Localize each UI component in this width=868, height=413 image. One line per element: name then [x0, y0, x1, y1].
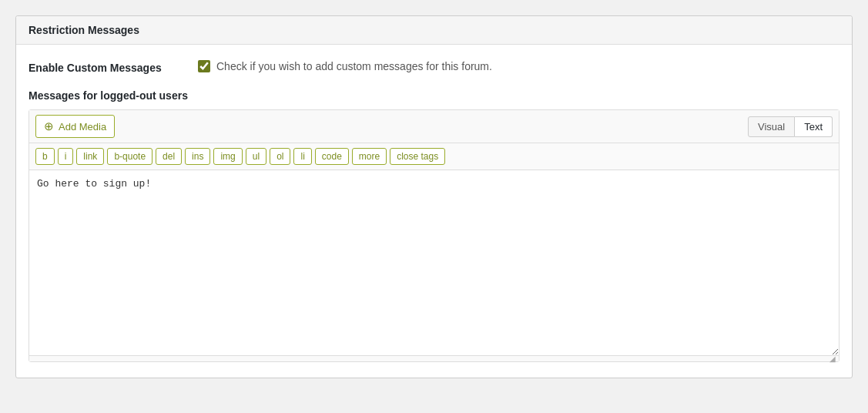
- add-media-icon: ⊕: [44, 119, 54, 133]
- format-b-quote-button[interactable]: b-quote: [107, 148, 152, 165]
- format-li-button[interactable]: li: [293, 148, 311, 165]
- restriction-messages-panel: Restriction Messages Enable Custom Messa…: [15, 15, 853, 378]
- messages-section-label: Messages for logged-out users: [28, 89, 840, 102]
- editor-container: ⊕ Add Media Visual Text bilinkb-quotedel…: [28, 109, 840, 362]
- format-more-button[interactable]: more: [352, 148, 387, 165]
- add-media-label: Add Media: [59, 121, 106, 133]
- enable-custom-messages-control: Check if you wish to add custom messages…: [198, 60, 492, 72]
- visual-tab-button[interactable]: Visual: [748, 116, 795, 137]
- enable-custom-messages-checkbox[interactable]: [198, 60, 210, 72]
- format-code-button[interactable]: code: [315, 148, 349, 165]
- enable-custom-messages-description: Check if you wish to add custom messages…: [216, 60, 492, 72]
- text-tab-button[interactable]: Text: [795, 116, 833, 137]
- format-ins-button[interactable]: ins: [185, 148, 210, 165]
- editor-format-bar: bilinkb-quotedelinsimgulollicodemoreclos…: [29, 143, 839, 170]
- format-italic-button[interactable]: i: [58, 148, 74, 165]
- format-img-button[interactable]: img: [213, 148, 242, 165]
- resize-icon: ◢: [829, 354, 836, 363]
- format-ol-button[interactable]: ol: [270, 148, 290, 165]
- format-close-tags-button[interactable]: close tags: [390, 148, 445, 165]
- enable-custom-messages-label: Enable Custom Messages: [28, 60, 198, 74]
- format-link-button[interactable]: link: [76, 148, 104, 165]
- editor-textarea[interactable]: [29, 170, 839, 355]
- format-del-button[interactable]: del: [156, 148, 182, 165]
- resize-handle[interactable]: ◢: [29, 355, 839, 361]
- format-bold-button[interactable]: b: [35, 148, 55, 165]
- panel-body: Enable Custom Messages Check if you wish…: [16, 45, 852, 378]
- editor-toolbar-top: ⊕ Add Media Visual Text: [29, 110, 839, 143]
- panel-header: Restriction Messages: [16, 16, 852, 45]
- format-ul-button[interactable]: ul: [246, 148, 266, 165]
- enable-custom-messages-row: Enable Custom Messages Check if you wish…: [28, 60, 840, 74]
- visual-text-tabs: Visual Text: [748, 116, 833, 137]
- panel-title: Restriction Messages: [28, 24, 840, 36]
- messages-section: Messages for logged-out users ⊕ Add Medi…: [28, 89, 840, 362]
- add-media-button[interactable]: ⊕ Add Media: [35, 115, 115, 138]
